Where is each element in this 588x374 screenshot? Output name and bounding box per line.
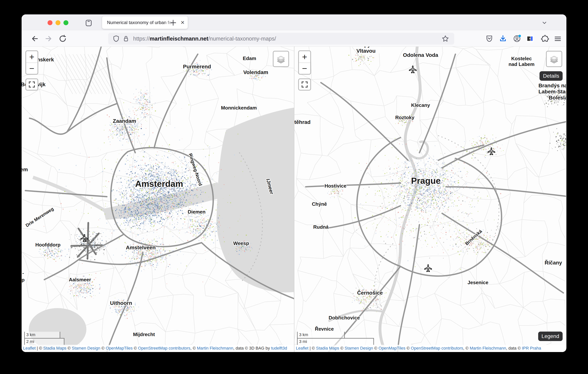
tab-title: Numerical taxonomy of urban form in [102,20,178,25]
attribution-link[interactable]: Stamen Design [345,346,373,351]
lock-icon[interactable] [122,35,130,43]
list-all-tabs-chevron-icon[interactable] [541,19,548,26]
map-label: Jesenice [468,280,488,286]
map-label: p [21,277,25,283]
account-icon[interactable] [513,34,521,43]
map-label: Roztoky [395,115,414,120]
map-label: Amstelveen [126,245,156,251]
fullscreen-icon [28,81,35,88]
map-label: Monnickendam [221,105,257,111]
navigation-toolbar: https://martinfleischmann.net/numerical-… [21,31,567,47]
fullscreen-icon [301,81,308,88]
layers-icon [276,54,286,64]
airport-icon [424,264,433,273]
zoom-in-button[interactable]: + [26,51,38,63]
zoom-in-button[interactable]: + [299,51,310,63]
attribution-link[interactable]: tudelft3d [271,346,287,351]
attribution-text: © [405,346,411,351]
map-label: Mijdrecht [133,332,155,337]
scale-mi: 2 mi [24,338,64,345]
tab-overview-icon[interactable] [84,19,93,27]
reload-icon[interactable] [58,34,67,43]
airport-icon [408,65,417,74]
forward-icon[interactable] [44,34,53,43]
attribution-link[interactable]: IPR Praha [522,346,541,351]
attribution-text: © [373,346,378,351]
attribution-link[interactable]: Stadia Maps [316,346,339,351]
map-label: Buštěhrad [294,119,310,125]
map-label: Odolena Voda [403,52,438,58]
tab-close-icon[interactable]: ✕ [178,20,188,26]
url-text: https://martinfleischmann.net/numerical-… [133,36,276,42]
scale-mi: 3 mi [297,338,374,345]
minimize-window-button[interactable] [55,20,60,25]
close-window-button[interactable] [48,20,52,25]
map-label: Hostivice [325,183,346,189]
map-label: Volendam [243,69,268,75]
url-bar[interactable]: https://martinfleischmann.net/numerical-… [108,33,454,44]
map-label: Klecany [411,103,430,108]
map-prague[interactable]: + − Details Legend 3 km 3 mi Leaflet | ©… [294,47,566,352]
attribution-link[interactable]: Stamen Design [72,346,100,351]
fullscreen-button[interactable] [25,78,38,91]
water-amsterdam [29,108,294,352]
map-label: Purmerend [183,64,211,70]
legend-button[interactable]: Legend [538,331,563,341]
attribution-text: , data © 3D BAG by [233,346,271,351]
pocket-icon[interactable] [485,34,494,43]
scale-control: 3 km 3 mi [297,332,374,345]
map-label: Řevnice [315,326,334,332]
attribution-link[interactable]: Martin Fleischmann [470,346,506,351]
zoom-out-button[interactable]: − [26,63,38,74]
details-button[interactable]: Details [539,71,563,81]
attribution-link[interactable]: OpenStreetMap contributors [138,346,190,351]
attribution-text: © [66,346,72,351]
maximize-window-button[interactable] [63,20,68,25]
tracking-shield-icon[interactable] [112,35,120,43]
map-label: Dobřichovice [329,315,360,321]
fullscreen-button[interactable] [298,78,311,91]
map-label: Edam [243,56,256,61]
scale-km: 3 km [24,332,60,339]
bookmark-star-icon[interactable] [441,35,449,43]
attribution-link[interactable]: Stadia Maps [43,346,66,351]
menu-hamburger-icon[interactable] [553,34,562,43]
map-label: Rudná [313,224,329,230]
layers-button[interactable] [273,51,289,67]
zoom-control: + − [25,50,38,75]
zoom-out-button[interactable]: − [299,63,310,74]
attribution: Leaflet | © Stadia Maps © Stamen Design … [21,345,294,352]
extension-icon[interactable] [525,34,534,43]
puzzle-extensions-icon[interactable] [541,34,549,43]
layers-button[interactable] [546,51,562,67]
new-tab-button[interactable] [169,19,177,27]
layers-icon [549,54,559,64]
amsterdam-map-canvas [21,47,294,352]
map-amsterdam[interactable]: + − 3 km 2 mi Leaflet | © Stadia Maps © … [21,47,294,352]
attribution-link[interactable]: OpenMapTiles [106,346,133,351]
major-roads-prague [306,54,566,352]
attribution-link[interactable]: OpenMapTiles [378,346,405,351]
map-label: - [22,270,24,276]
map-label: Říčany [545,260,562,266]
map-label: Uithoorn [110,300,132,306]
map-label: Aalsmeer [69,277,91,283]
attribution-link[interactable]: Martin Fleischmann [197,346,233,351]
map-label: Diemen [188,209,206,215]
attribution-text: , © [190,346,197,351]
attribution-link[interactable]: Leaflet [23,346,36,351]
map-label: Amsterdam [135,179,183,189]
attribution-text: © [339,346,345,351]
attribution-link[interactable]: Leaflet [296,346,308,351]
attribution-text: © [133,346,138,351]
map-label: Haarlem [21,167,28,173]
attribution-text: © [100,346,105,351]
map-label: Brandýs nadLabem-StaráBoleslav [538,83,566,101]
maps-container: + − 3 km 2 mi Leaflet | © Stadia Maps © … [21,47,567,352]
attribution: Leaflet | © Stadia Maps © Stamen Design … [294,345,566,352]
back-icon[interactable] [30,34,39,43]
download-icon[interactable] [499,34,507,43]
scale-km: 3 km [297,332,345,339]
attribution-link[interactable]: OpenStreetMap contributors [411,346,463,351]
zoom-control: + − [298,50,311,75]
